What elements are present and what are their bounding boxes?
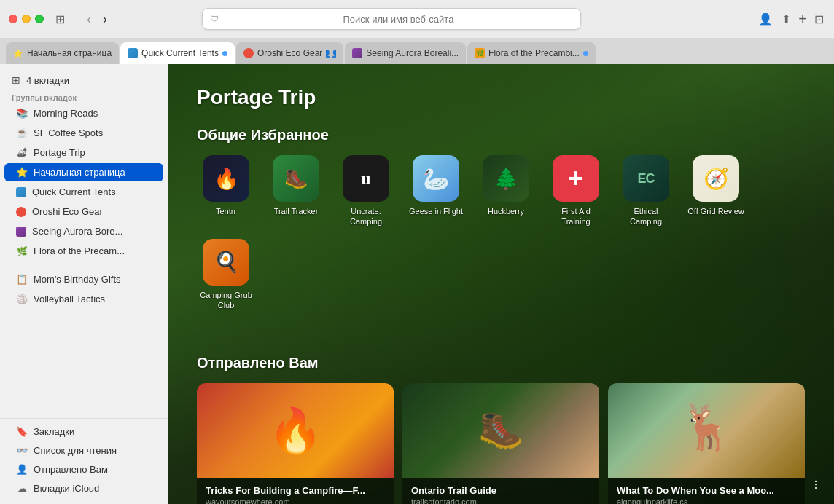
tab-count-icon: ⊞ [12, 74, 20, 86]
tab-flora-label: Flora of the Precambi... [488, 48, 580, 58]
geese-icon: 🦢 [413, 155, 459, 202]
sent-section-title: Отправлено Вам [197, 355, 805, 371]
tab-count[interactable]: ⊞ 4 вкладки [0, 70, 168, 90]
sidebar-moms-label: Mom's Birthday Gifts [34, 274, 121, 285]
fav-uncrate[interactable]: u Uncrate: Camping [337, 155, 395, 227]
traffic-lights [9, 15, 44, 23]
home-page-icon: ⭐ [16, 167, 28, 178]
first-aid-icon: + [553, 155, 599, 202]
sidebar-item-quick-tents[interactable]: Quick Current Tents [4, 183, 163, 201]
tabs-overview-icon[interactable]: ⊡ [813, 11, 825, 28]
sidebar-reading-list[interactable]: 👓 Список для чтения [4, 441, 163, 460]
content-area: Portage Trip Общие Избранное 🔥 Tentrr 🥾 … [168, 64, 834, 504]
sidebar-toggle-icon[interactable]: ⊞ [55, 12, 65, 26]
bookmarks-label: Закладки [34, 426, 74, 437]
section-divider [197, 334, 805, 334]
tentrr-icon: 🔥 [203, 155, 249, 202]
tab-oroshi[interactable]: Oroshi Eco Gear 👤👤 [236, 42, 343, 64]
address-bar[interactable]: 🛡 [202, 8, 581, 30]
fav-tentrr[interactable]: 🔥 Tentrr [197, 155, 255, 227]
tab-home-label: Начальная страница [27, 48, 112, 58]
moose-title: What To Do When You See a Moo... [617, 485, 796, 496]
campfire-url: wayoutsomewhere.com [206, 497, 385, 504]
icloud-icon: ☁ [16, 483, 28, 494]
sidebar-item-aurora[interactable]: Seeing Aurora Bore... [4, 222, 163, 240]
sidebar-flex-spacer [0, 309, 168, 418]
campfire-title: Tricks For Building a Campfire—F... [206, 485, 385, 496]
tab-quick-tents-label: Quick Current Tents [141, 48, 219, 58]
tab-quick-current-tents[interactable]: Quick Current Tents [120, 42, 235, 64]
fav-trail-tracker[interactable]: 🥾 Trail Tracker [267, 155, 325, 227]
sidebar-item-portage-trip[interactable]: 🏕 Portage Trip [4, 143, 163, 162]
fullscreen-button[interactable] [35, 15, 44, 23]
sent-to-you-icon: 👤 [16, 464, 28, 475]
title-bar-right: 👤 ⬆ + ⊡ [757, 11, 825, 28]
content-scroll: Portage Trip Общие Избранное 🔥 Tentrr 🥾 … [168, 64, 834, 504]
sidebar-oroshi-label: Oroshi Eco Gear [32, 206, 103, 217]
ontario-url: trailsofontario.com [411, 497, 591, 504]
fav-ethical-camping[interactable]: EC Ethical Camping [617, 155, 675, 227]
sidebar: ⊞ 4 вкладки Группы вкладок 📚 Morning Rea… [0, 64, 168, 504]
close-button[interactable] [9, 15, 17, 23]
sent-to-you-label: Отправлено Вам [34, 464, 108, 475]
ontario-body: Ontario Trail Guide trailsofontario.com … [402, 478, 599, 504]
oroshi-sidebar-icon [16, 207, 26, 217]
oroshi-tab-icon [243, 48, 254, 58]
tabs-bar: ⭐ Начальная страница Quick Current Tents… [0, 38, 834, 64]
sidebar-icloud-tabs[interactable]: ☁ Вкладки iCloud [4, 479, 163, 497]
sidebar-item-volleyball[interactable]: 🏐 Volleyball Tactics [4, 290, 163, 308]
sidebar-item-sf-coffee[interactable]: ☕ SF Coffee Spots [4, 124, 163, 142]
moose-body: What To Do When You See a Moo... algonqu… [608, 478, 805, 504]
reading-list-label: Список для чтения [34, 445, 117, 456]
fav-huckberry[interactable]: 🌲 Huckberry [477, 155, 535, 227]
fav-geese[interactable]: 🦢 Geese in Flight [407, 155, 465, 227]
quick-tents-tab-icon [128, 48, 138, 58]
sidebar-aurora-label: Seeing Aurora Bore... [32, 226, 122, 237]
icloud-label: Вкладки iCloud [34, 483, 99, 494]
sf-coffee-icon: ☕ [16, 127, 28, 138]
sidebar-quick-tents-label: Quick Current Tents [32, 186, 116, 197]
sidebar-flora-label: Flora of the Precam... [34, 245, 125, 256]
trail-tracker-label: Trail Tracker [274, 206, 319, 216]
campfire-body: Tricks For Building a Campfire—F... wayo… [197, 478, 394, 504]
card-moose[interactable]: What To Do When You See a Moo... algonqu… [608, 383, 805, 504]
fav-camping-grub[interactable]: 🍳 Camping Grub Club [197, 239, 255, 311]
share-icon[interactable]: ⬆ [780, 11, 792, 28]
minimize-button[interactable] [22, 15, 31, 23]
tentrr-label: Tentrr [216, 206, 236, 216]
reading-list-icon: 👓 [16, 445, 28, 456]
profile-icon[interactable]: 👤 [757, 11, 774, 28]
back-button[interactable]: ‹ [82, 10, 96, 28]
forward-button[interactable]: › [98, 10, 112, 28]
groups-header: Группы вкладок [0, 90, 168, 103]
tab-oroshi-label: Oroshi Eco Gear [257, 48, 322, 58]
first-aid-label: First Aid Training [547, 206, 605, 227]
favorites-grid: 🔥 Tentrr 🥾 Trail Tracker u Uncrate: Camp… [197, 155, 805, 310]
sidebar-item-flora[interactable]: 🌿 Flora of the Precam... [4, 242, 163, 260]
card-campfire[interactable]: Tricks For Building a Campfire—F... wayo… [197, 383, 394, 504]
off-grid-label: Off Grid Review [687, 206, 744, 216]
sidebar-item-oroshi[interactable]: Oroshi Eco Gear [4, 202, 163, 221]
aurora-sidebar-icon [16, 227, 26, 237]
sidebar-item-moms-birthday[interactable]: 📋 Mom's Birthday Gifts [4, 270, 163, 288]
sidebar-sf-coffee-label: SF Coffee Spots [34, 127, 103, 138]
off-grid-icon: 🧭 [693, 155, 739, 202]
bookmarks-icon: 🔖 [16, 426, 28, 437]
sidebar-bookmarks[interactable]: 🔖 Закладки [4, 422, 163, 441]
favorites-section-title: Общие Избранное [197, 127, 805, 143]
sidebar-item-morning-reads[interactable]: 📚 Morning Reads [4, 104, 163, 122]
moms-birthday-icon: 📋 [16, 274, 28, 285]
fav-first-aid[interactable]: + First Aid Training [547, 155, 605, 227]
sidebar-item-home-page[interactable]: ⭐ Начальная страница [4, 163, 163, 181]
nav-buttons: ‹ › [82, 10, 112, 28]
new-tab-button[interactable]: + [798, 11, 807, 28]
card-ontario[interactable]: Ontario Trail Guide trailsofontario.com … [402, 383, 599, 504]
settings-sliders-icon[interactable]: ⫶ [813, 477, 819, 492]
sidebar-sent-to-you[interactable]: 👤 Отправлено Вам [4, 460, 163, 479]
tab-home[interactable]: ⭐ Начальная страница [6, 42, 119, 64]
tab-aurora[interactable]: Seeing Aurora Boreali... [345, 42, 466, 64]
cards-grid: Tricks For Building a Campfire—F... wayo… [197, 383, 805, 504]
tab-flora[interactable]: 🌿 Flora of the Precambi... [467, 42, 596, 64]
address-input[interactable] [223, 14, 573, 25]
fav-off-grid[interactable]: 🧭 Off Grid Review [687, 155, 745, 227]
